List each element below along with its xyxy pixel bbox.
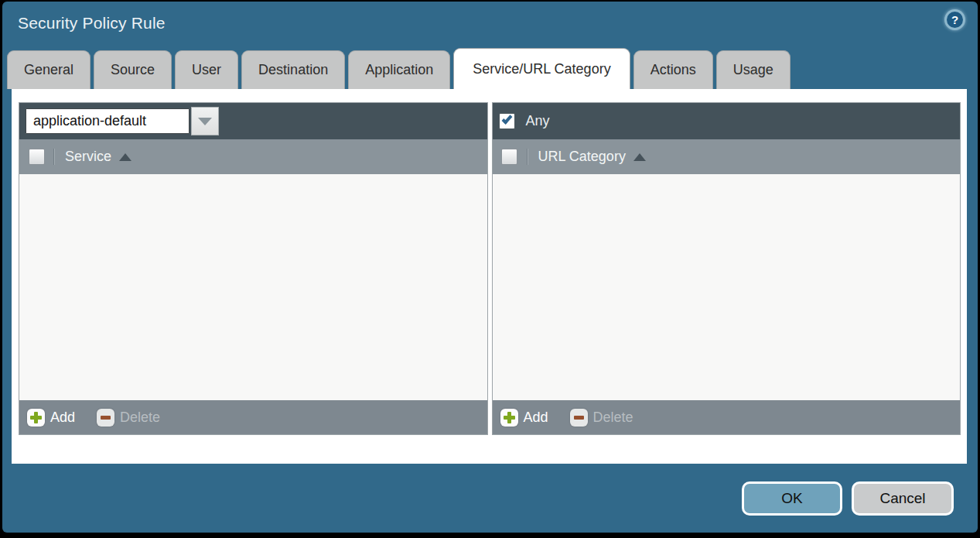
security-policy-rule-dialog: Security Policy Rule ? General Source Us… <box>2 2 978 533</box>
service-type-dropdown-button[interactable] <box>191 107 219 135</box>
dialog-title: Security Policy Rule <box>18 14 166 33</box>
sort-ascending-icon <box>633 153 646 161</box>
any-checkbox[interactable] <box>499 113 515 129</box>
tab-usage[interactable]: Usage <box>716 50 790 89</box>
help-glyph: ? <box>951 13 958 26</box>
url-category-footer: Add Delete <box>493 400 961 434</box>
add-label: Add <box>50 409 75 426</box>
delete-label: Delete <box>120 409 160 426</box>
service-panel: Service Add <box>19 102 488 435</box>
ok-label: OK <box>781 490 802 507</box>
tab-destination[interactable]: Destination <box>241 50 345 89</box>
url-category-delete-button[interactable]: Delete <box>570 409 633 427</box>
sort-ascending-icon <box>119 153 131 161</box>
any-label: Any <box>526 113 550 129</box>
plus-icon <box>27 409 45 427</box>
minus-icon <box>570 409 588 427</box>
url-category-select-all-checkbox[interactable] <box>501 149 517 165</box>
tab-label: User <box>192 62 221 78</box>
tab-label: Service/URL Category <box>473 61 610 77</box>
plus-icon <box>500 409 518 427</box>
url-category-list <box>493 174 961 400</box>
service-footer: Add Delete <box>19 400 487 434</box>
cancel-label: Cancel <box>879 490 925 507</box>
tab-label: Actions <box>650 62 696 78</box>
tab-label: General <box>24 62 73 78</box>
tab-application[interactable]: Application <box>348 50 450 89</box>
minus-icon <box>97 409 114 427</box>
tab-label: Destination <box>258 62 328 78</box>
url-category-table-header: URL Category <box>493 139 961 174</box>
tab-label: Application <box>365 62 433 78</box>
tab-general[interactable]: General <box>7 50 90 89</box>
service-type-combobox <box>26 107 219 135</box>
tab-user[interactable]: User <box>175 50 238 89</box>
chevron-down-icon <box>198 118 212 125</box>
service-table-header: Service <box>19 139 487 174</box>
tab-bar: General Source User Destination Applicat… <box>7 48 973 89</box>
tab-label: Usage <box>733 62 773 78</box>
help-icon[interactable]: ? <box>944 9 965 30</box>
title-bar: Security Policy Rule ? <box>2 2 978 48</box>
cancel-button[interactable]: Cancel <box>852 481 954 516</box>
url-category-column-header[interactable]: URL Category <box>538 149 646 165</box>
tab-label: Source <box>111 62 155 78</box>
service-delete-button[interactable]: Delete <box>97 409 160 427</box>
service-select-all-checkbox[interactable] <box>29 149 45 165</box>
ok-button[interactable]: OK <box>742 481 842 516</box>
url-category-add-button[interactable]: Add <box>500 409 548 427</box>
add-label: Add <box>524 409 548 426</box>
tab-actions[interactable]: Actions <box>633 50 713 89</box>
delete-label: Delete <box>593 409 633 426</box>
service-list <box>19 174 487 400</box>
tab-source[interactable]: Source <box>94 50 172 89</box>
url-category-column-label: URL Category <box>538 149 626 165</box>
url-category-panel: Any URL Category <box>492 102 961 435</box>
checkmark-icon <box>501 113 512 124</box>
service-column-header[interactable]: Service <box>65 149 131 165</box>
tab-content: Service Add <box>12 89 967 464</box>
url-category-toolbar: Any <box>493 103 961 139</box>
service-type-input[interactable] <box>26 108 190 134</box>
service-column-label: Service <box>65 149 111 165</box>
service-toolbar <box>19 103 487 139</box>
service-add-button[interactable]: Add <box>27 409 75 427</box>
tab-service-url-category[interactable]: Service/URL Category <box>453 48 630 89</box>
